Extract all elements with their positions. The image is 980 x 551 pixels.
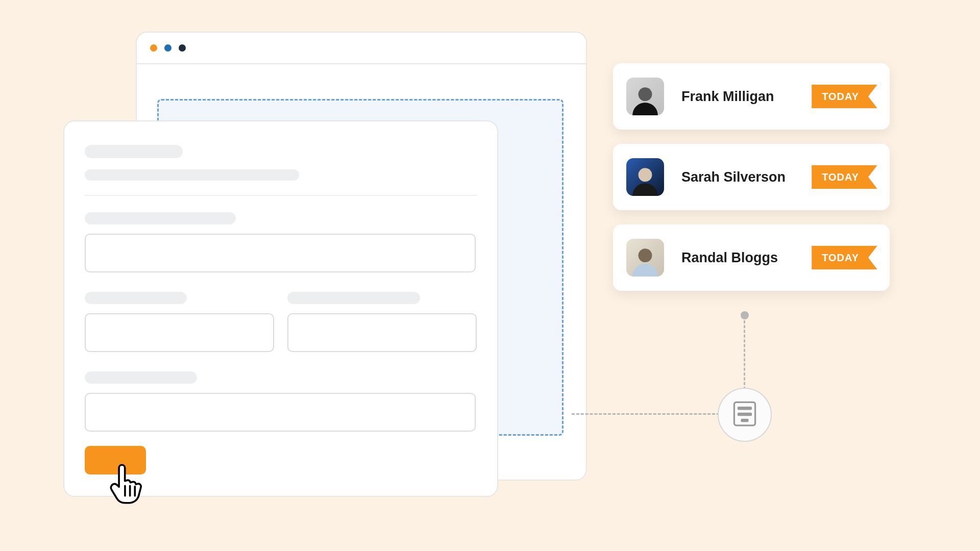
browser-titlebar bbox=[137, 33, 586, 64]
user-card[interactable]: Randal Bloggs TODAY bbox=[613, 224, 890, 291]
field-2-input[interactable] bbox=[85, 313, 274, 352]
window-control-maximize[interactable] bbox=[179, 44, 186, 52]
svg-rect-9 bbox=[741, 419, 748, 422]
svg-point-4 bbox=[639, 168, 652, 182]
status-badge: TODAY bbox=[812, 85, 877, 109]
avatar bbox=[626, 78, 664, 115]
field-4-input[interactable] bbox=[85, 393, 476, 432]
user-name: Randal Bloggs bbox=[681, 250, 778, 266]
user-card[interactable]: Sarah Silverson TODAY bbox=[613, 144, 890, 210]
svg-point-5 bbox=[639, 248, 652, 262]
status-badge: TODAY bbox=[812, 246, 877, 270]
form-card bbox=[63, 120, 498, 497]
connector-line-vertical bbox=[744, 320, 745, 390]
form-node bbox=[718, 388, 772, 442]
field-1-label-placeholder bbox=[85, 212, 236, 224]
form-title-placeholder bbox=[85, 145, 183, 158]
field-3-input[interactable] bbox=[287, 313, 477, 352]
form-description-placeholder bbox=[85, 169, 299, 181]
svg-rect-8 bbox=[738, 413, 752, 416]
field-2-label-placeholder bbox=[85, 292, 187, 304]
avatar bbox=[626, 158, 664, 196]
field-1-input[interactable] bbox=[85, 234, 476, 272]
user-card-list: Frank Milligan TODAY Sarah Silverson TOD… bbox=[613, 63, 890, 291]
window-control-close[interactable] bbox=[150, 44, 157, 52]
connector-dot bbox=[741, 311, 749, 319]
submit-button[interactable] bbox=[85, 446, 146, 474]
svg-point-3 bbox=[639, 87, 652, 101]
field-3-label-placeholder bbox=[287, 292, 420, 304]
user-name: Sarah Silverson bbox=[681, 169, 786, 185]
svg-rect-7 bbox=[738, 407, 752, 410]
field-4-label-placeholder bbox=[85, 371, 197, 384]
user-card[interactable]: Frank Milligan TODAY bbox=[613, 63, 890, 130]
avatar bbox=[626, 239, 664, 277]
form-divider bbox=[85, 195, 477, 196]
user-name: Frank Milligan bbox=[681, 89, 774, 105]
form-icon bbox=[731, 400, 758, 429]
window-control-minimize[interactable] bbox=[164, 44, 172, 52]
status-badge: TODAY bbox=[812, 165, 877, 189]
connector-line-horizontal bbox=[572, 413, 720, 415]
